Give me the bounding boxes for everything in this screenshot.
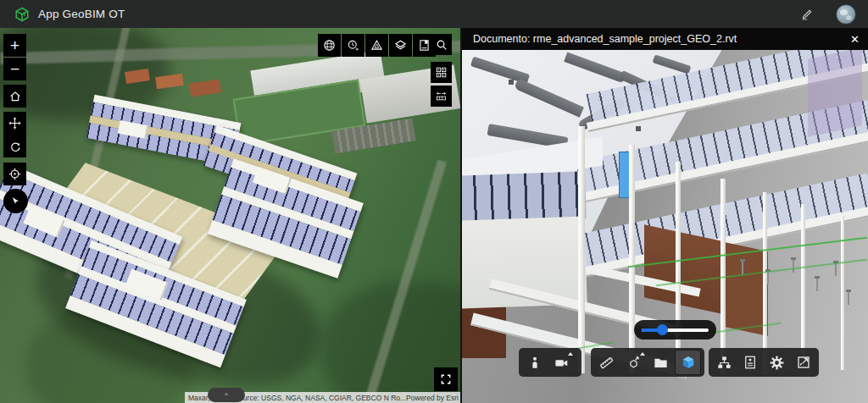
home-icon: [8, 90, 22, 103]
user-avatar[interactable]: [836, 4, 856, 25]
tools-toolbar-group: [591, 348, 704, 377]
layers-button[interactable]: [389, 34, 412, 57]
zoom-in-button[interactable]: +: [3, 34, 26, 57]
sprinkler-pipe: [848, 292, 849, 305]
globe-icon: [322, 38, 337, 52]
hierarchy-tree-icon: [716, 355, 732, 371]
compass-button[interactable]: [3, 189, 28, 213]
model-view-button[interactable]: [675, 350, 701, 375]
app-bar: App GeoBIM OT: [0, 0, 868, 28]
measurement-button[interactable]: [365, 34, 388, 57]
pan-button[interactable]: [3, 112, 26, 135]
grid-icon: [435, 66, 448, 79]
avatar-decor: [846, 15, 852, 20]
explode-slider[interactable]: [634, 320, 716, 340]
viewer-header: Documento: rme_advanced_sample_project_G…: [462, 28, 868, 50]
sprinkler-pipe: [816, 279, 818, 291]
dropdown-caret-icon: [640, 352, 645, 356]
measure-button[interactable]: [593, 350, 620, 375]
gear-icon: [769, 355, 785, 371]
person-icon: [527, 355, 542, 370]
camera-icon: [554, 355, 570, 371]
rotate-button[interactable]: [3, 135, 26, 157]
bim-viewer-panel[interactable]: Documento: rme_advanced_sample_project_G…: [462, 28, 868, 403]
properties-panel-icon: [743, 355, 758, 370]
corner-window-band: [462, 171, 587, 223]
powered-by-esri: Powered by Esri: [406, 394, 459, 402]
documents-button[interactable]: [648, 350, 674, 375]
distant-glazing: [808, 50, 862, 137]
pan-arrows-icon: [8, 116, 22, 130]
zoom-out-button[interactable]: −: [3, 58, 26, 80]
attribution-expander[interactable]: ^: [208, 388, 245, 402]
sprinkler-pipe: [767, 272, 769, 284]
properties-button[interactable]: [737, 350, 763, 375]
search-button[interactable]: [431, 34, 452, 55]
bookmark-icon: [417, 38, 431, 52]
compass-needle-icon: [8, 194, 23, 208]
target-icon: [8, 167, 22, 181]
time-slider-button[interactable]: [342, 34, 364, 57]
basemap-gallery-button[interactable]: [431, 62, 452, 83]
camera-tools-button[interactable]: [548, 350, 575, 375]
column: [801, 204, 805, 370]
app-title: App GeoBIM OT: [38, 8, 125, 20]
home-button[interactable]: [3, 85, 26, 108]
settings-toolbar-group: [709, 348, 819, 377]
column: [676, 162, 681, 373]
attribution-sources: Source: USGS, NGA, NASA, CGIAR, GEBCO N …: [234, 394, 406, 402]
folder-icon: [653, 355, 669, 371]
roof-vent: [636, 126, 641, 131]
map-fullscreen-button[interactable]: [434, 367, 458, 391]
edit-pencil-icon[interactable]: [800, 8, 814, 21]
column: [629, 145, 635, 373]
sprinkler-pipe: [835, 263, 837, 276]
locate-button[interactable]: [3, 163, 26, 185]
column: [578, 126, 585, 373]
swipe-arrows-icon: [435, 90, 448, 102]
basemap-globe-button[interactable]: [318, 34, 341, 57]
explode-slider-thumb[interactable]: [657, 324, 668, 335]
close-icon[interactable]: ✕: [850, 33, 860, 46]
avatar-decor: [840, 9, 848, 15]
slider-track[interactable]: [642, 328, 709, 332]
explode-model-icon: [626, 355, 642, 371]
chevron-up-icon: ^: [225, 391, 228, 399]
fullscreen-icon: [439, 373, 453, 386]
search-icon: [435, 38, 448, 52]
sprinkler-pipe: [742, 262, 743, 274]
measure-triangle-icon: [370, 38, 384, 52]
map-panel[interactable]: + −: [0, 28, 462, 403]
zoom-in-glyph: +: [10, 37, 19, 53]
viewer-fullscreen-button[interactable]: [791, 350, 816, 375]
settings-button[interactable]: [765, 350, 790, 375]
roof-vent: [509, 80, 514, 85]
fullscreen-diagonal-icon: [796, 355, 811, 370]
panel-divider: [460, 28, 462, 403]
explode-button[interactable]: [620, 350, 647, 375]
navigation-toolbar-group: [519, 348, 581, 377]
sprinkler-pipe: [793, 260, 794, 273]
dropdown-caret-icon: [568, 352, 573, 356]
rotate-icon: [8, 140, 22, 153]
brown-wall: [644, 224, 722, 314]
document-title: Documento: rme_advanced_sample_project_G…: [473, 33, 737, 45]
first-person-button[interactable]: [521, 350, 548, 375]
zoom-out-glyph: −: [10, 61, 19, 77]
geobim-logo-icon: [14, 7, 30, 22]
layers-icon: [393, 38, 408, 52]
model-browser-button[interactable]: [711, 350, 737, 375]
ruler-icon: [598, 355, 615, 371]
clock-icon: [346, 38, 360, 52]
swipe-tool-button[interactable]: [431, 86, 452, 107]
cube-icon: [680, 354, 697, 371]
